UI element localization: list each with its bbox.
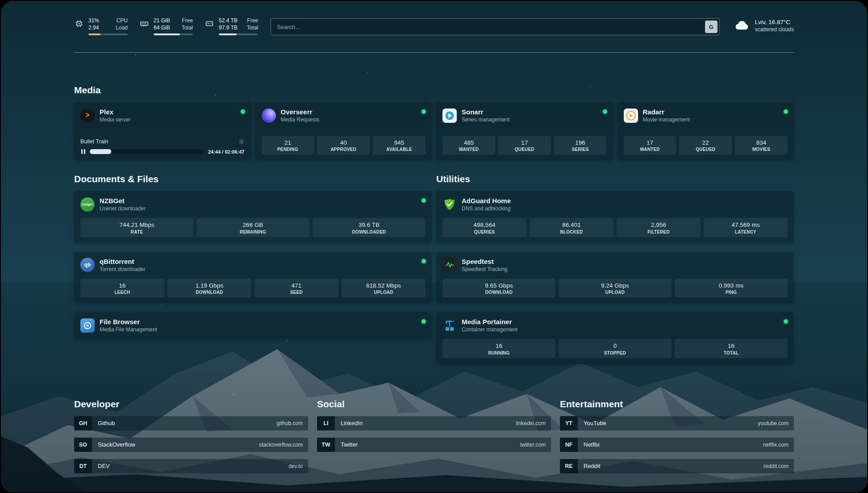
bookmark-url: twitter.com [520,442,546,448]
stat-value: 834 [736,139,787,147]
service-name: Speedtest [462,258,508,266]
section-utilities: Utilities AdGuard HomeDNS and adblocking… [436,174,794,373]
stat-upload: 9.24 GbpsUPLOAD [559,279,672,298]
portainer-card[interactable]: Media PortainerContainer management16RUN… [436,312,794,364]
pause-icon[interactable] [80,149,86,155]
now-playing-title: Bullet Train [80,138,108,145]
gear-icon[interactable] [238,138,245,145]
stat-download: 9.65 GbpsDOWNLOAD [442,279,555,298]
stat-label: PENDING [263,147,313,152]
stat-value: 40 [318,139,369,147]
memory-free-value: 21 GiB [154,17,170,25]
stat-label: QUEUED [499,147,550,152]
middle-columns: Documents & Files nzbgetNZBGetUsenet dow… [74,174,794,373]
bookmark-group-title: Social [317,399,551,409]
bookmark-name: Netflix [584,441,600,448]
speedtest-card[interactable]: SpeedtestSpeedtest Tracking9.65 GbpsDOWN… [436,252,794,304]
stat-queued: 22QUEUED [679,136,732,155]
cloud-icon [734,19,750,32]
stat-value: 2,956 [618,221,700,229]
bookmark-abbr: SO [74,438,92,452]
search-provider-button[interactable]: G [705,21,718,33]
stat-label: UPLOAD [342,290,425,295]
service-description: Container management [462,326,517,333]
stat-value: 86,401 [530,221,613,229]
overseerr-card[interactable]: OverseerrMedia Requests21PENDING40APPROV… [255,102,432,160]
stat-rate: 744.21 MbpsRATE [80,218,193,237]
stat-label: DOWNLOAD [443,290,555,295]
status-online-dot [241,109,245,114]
bookmark-stackoverflow[interactable]: SOStackOverflowstackoverflow.com [74,438,308,452]
bookmark-url: netflix.com [763,442,789,448]
bookmark-name: Github [98,420,115,426]
sonarr-card[interactable]: SonarrSeries management485WANTED17QUEUED… [436,102,613,160]
stat-total: 16TOTAL [675,339,788,358]
service-description: Media server [100,117,130,123]
service-description: Usenet downloader [100,205,146,212]
filebrowser-card[interactable]: File BrowserMedia File Management [74,312,432,338]
nzbget-card[interactable]: nzbgetNZBGetUsenet downloader744.21 Mbps… [74,191,432,243]
bookmark-name: Twitter [341,441,358,448]
stat-blocked: 86,401BLOCKED [530,218,613,237]
filebrowser-icon [80,318,95,333]
bookmark-dev[interactable]: DTDEVdev.to [74,459,308,473]
stat-value: 16 [443,342,555,350]
service-description: DNS and adblocking [462,205,511,212]
service-name: AdGuard Home [462,197,511,205]
bookmark-youtube[interactable]: YTYouTubeyoutube.com [560,416,794,430]
stat-value: 47.569 ms [705,221,787,229]
section-documents: Documents & Files nzbgetNZBGetUsenet dow… [74,174,432,373]
service-name: Overseerr [281,108,320,116]
weather-widget[interactable]: Lviv, 16.87°C scattered clouds [734,18,794,33]
bookmark-netflix[interactable]: NFNetflixnetflix.com [560,438,794,452]
weather-condition: scattered clouds [755,26,794,33]
bookmark-name: Reddit [584,463,601,469]
stat-label: LEECH [81,290,163,295]
speedtest-icon [442,258,457,272]
bookmark-github[interactable]: GHGithubgithub.com [74,416,308,430]
bookmark-url: stackoverflow.com [259,442,303,448]
service-description: Torrent downloader [100,266,146,272]
stat-label: DOWNLOAD [168,290,250,295]
bookmark-reddit[interactable]: RERedditreddit.com [560,459,794,473]
stat-series: 196SERIES [554,136,607,155]
service-header: RadarrMovie management [624,108,788,123]
radarr-card[interactable]: RadarrMovie management17WANTED22QUEUED83… [618,102,794,160]
stat-value: 945 [374,139,425,147]
stat-label: RATE [81,230,192,234]
section-title-documents: Documents & Files [74,174,432,184]
stat-label: APPROVED [318,147,369,152]
stat-label: STOPPED [559,351,671,355]
playback-time: 24:44 / 02:06:47 [208,149,244,155]
plex-card[interactable]: >PlexMedia serverBullet Train24:44 / 02:… [74,102,251,160]
bookmark-url: youtube.com [758,420,789,426]
stat-label: SERIES [555,147,606,152]
qbittorrent-card[interactable]: qbqBittorrentTorrent downloader16LEECH1.… [74,252,432,304]
stat-available: 945AVAILABLE [373,136,426,155]
bookmark-linkedin[interactable]: LILinkedInlinkedin.com [317,416,551,430]
service-name: File Browser [100,318,157,326]
section-media: Media >PlexMedia serverBullet Train24:44… [74,85,794,160]
stat-label: BLOCKED [530,230,613,234]
bookmark-twitter[interactable]: TWTwittertwitter.com [317,438,551,452]
qbittorrent-icon: qb [80,258,95,272]
status-online-dot [421,259,426,263]
adguard-card[interactable]: AdGuard HomeDNS and adblocking498,564QUE… [436,191,794,243]
stat-value: 196 [555,139,606,147]
service-description: Movie management [643,117,690,123]
bookmark-abbr: TW [317,438,335,452]
service-header: SpeedtestSpeedtest Tracking [442,258,788,272]
service-description: Speedtest Tracking [462,266,508,272]
playback-progress-bar[interactable] [90,149,204,154]
stat-value: 22 [680,139,731,147]
stat-label: DOWNLOADED [313,230,425,234]
bookmark-abbr: YT [560,416,578,430]
stat-stopped: 0STOPPED [559,339,672,358]
stat-leech: 16LEECH [80,279,164,298]
service-name: Radarr [643,108,690,116]
stat-label: LATENCY [705,230,787,234]
stat-label: WANTED [625,147,676,152]
weather-location-temp: Lviv, 16.87°C [755,18,794,26]
memory-total-label: Total [182,25,193,32]
search-input[interactable] [271,18,720,35]
